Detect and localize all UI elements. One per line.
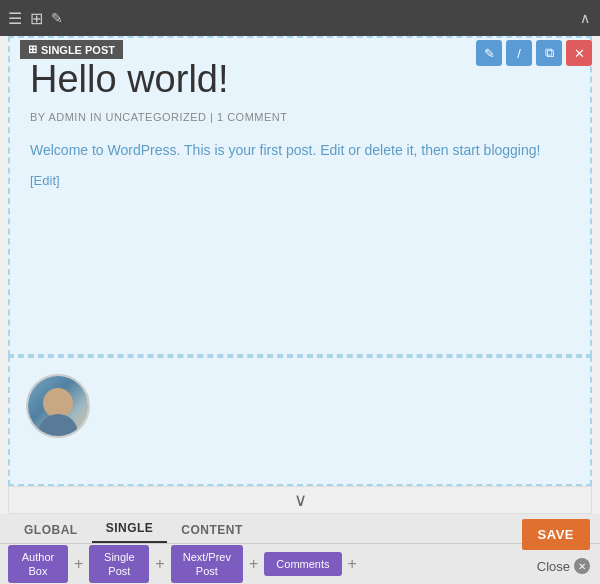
comments-button[interactable]: Comments [264, 552, 341, 576]
edit-slash-button[interactable]: / [506, 40, 532, 66]
widget-button-row: AuthorBox + SinglePost + Next/PrevPost +… [0, 544, 600, 584]
close-button[interactable]: Close ✕ [537, 558, 590, 574]
top-toolbar: ☰ ⊞ ✎ ∧ [0, 0, 600, 36]
close-label: Close [537, 559, 570, 574]
edit-close-button[interactable]: ✕ [566, 40, 592, 66]
post-content-area: Hello world! BY ADMIN IN UNCATEGORIZED |… [8, 36, 592, 356]
grid-icon[interactable]: ⊞ [30, 9, 43, 28]
badge-label: SINGLE POST [41, 44, 115, 56]
badge-grid-icon: ⊞ [28, 43, 37, 56]
edit-overlay-toolbar: ✎ / ⧉ ✕ [476, 40, 592, 66]
close-x-icon: ✕ [574, 558, 590, 574]
add-after-comments-icon[interactable]: + [346, 555, 359, 573]
author-section [8, 356, 592, 486]
collapse-icon[interactable]: ∧ [580, 10, 590, 26]
chevron-down-container[interactable]: ∨ [8, 486, 592, 514]
single-post-button[interactable]: SinglePost [89, 545, 149, 584]
edit-copy-button[interactable]: ⧉ [536, 40, 562, 66]
edit-pencil-button[interactable]: ✎ [476, 40, 502, 66]
post-excerpt: Welcome to WordPress. This is your first… [30, 139, 570, 161]
menu-icon[interactable]: ☰ [8, 9, 22, 28]
tab-row: GLOBAL SINGLE CONTENT SAVE [0, 514, 600, 544]
tab-global[interactable]: GLOBAL [10, 517, 92, 543]
avatar-image [28, 376, 88, 436]
pencil-icon[interactable]: ✎ [51, 10, 63, 26]
next-prev-post-button[interactable]: Next/PrevPost [171, 545, 243, 584]
bottom-bar: GLOBAL SINGLE CONTENT SAVE AuthorBox + S… [0, 514, 600, 584]
author-avatar [26, 374, 90, 438]
add-after-nextprev-icon[interactable]: + [247, 555, 260, 573]
tab-content[interactable]: CONTENT [167, 517, 257, 543]
post-edit-link[interactable]: [Edit] [30, 173, 570, 188]
add-after-author-icon[interactable]: + [72, 555, 85, 573]
tab-single[interactable]: SINGLE [92, 515, 168, 543]
single-post-badge: ⊞ SINGLE POST [20, 40, 123, 59]
avatar-body [38, 414, 78, 436]
save-button[interactable]: SAVE [522, 519, 590, 550]
add-after-single-icon[interactable]: + [153, 555, 166, 573]
author-box-button[interactable]: AuthorBox [8, 545, 68, 584]
post-meta: BY ADMIN IN UNCATEGORIZED | 1 COMMENT [30, 111, 570, 123]
chevron-down-icon[interactable]: ∨ [294, 489, 307, 511]
